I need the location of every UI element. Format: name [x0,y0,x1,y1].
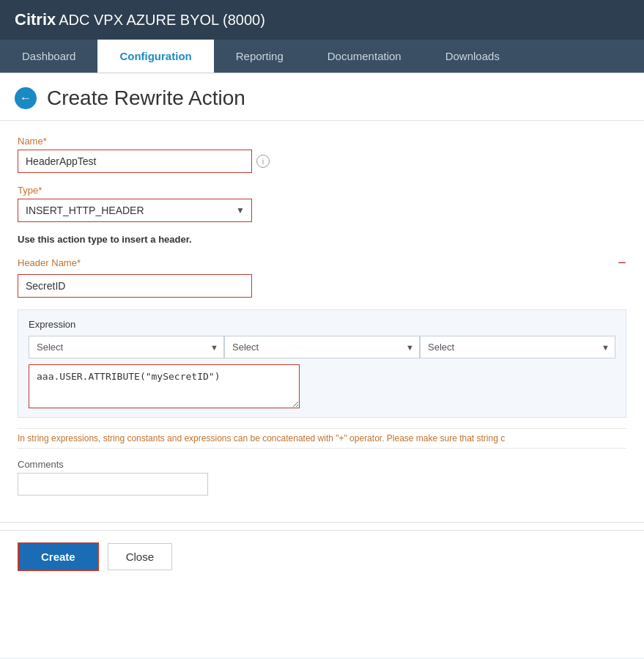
header-name-input[interactable] [18,274,252,298]
tab-dashboard[interactable]: Dashboard [0,40,97,73]
expr-select1[interactable]: Select [29,336,224,358]
expression-label: Expression [29,319,615,330]
app-title-citrix: Citrix [15,10,56,29]
type-label: Type* [18,185,626,196]
form-footer: Create Close [0,530,644,583]
expr-select2-wrapper: Select ▼ [224,336,420,358]
tab-configuration[interactable]: Configuration [97,40,213,73]
type-select[interactable]: INSERT_HTTP_HEADER DELETE_HTTP_HEADER RE… [18,199,252,222]
footer-divider [0,522,644,523]
comments-input[interactable] [18,473,208,496]
header-name-label: Header Name* [18,257,81,268]
name-input[interactable] [18,150,252,173]
type-select-wrapper: INSERT_HTTP_HEADER DELETE_HTTP_HEADER RE… [18,199,252,222]
expr-select2[interactable]: Select [224,336,420,358]
expression-selects: Select ▼ Select ▼ Select ▼ [29,336,615,358]
form-area: Name* i Type* INSERT_HTTP_HEADER DELETE_… [0,121,644,515]
expression-textarea[interactable]: aaa.USER.ATTRIBUTE("<strong>mySecretID</… [29,364,300,408]
close-button[interactable]: Close [108,543,172,570]
type-group: Type* INSERT_HTTP_HEADER DELETE_HTTP_HEA… [18,185,626,222]
tab-documentation[interactable]: Documentation [306,40,423,73]
create-button[interactable]: Create [18,542,99,571]
action-type-hint: Use this action type to insert a header. [18,234,626,245]
expression-section: Expression Select ▼ Select ▼ [18,309,626,418]
info-note: In string expressions, string constants … [18,428,626,449]
page-title-bar: ← Create Rewrite Action [0,73,644,121]
name-group: Name* i [18,136,626,173]
expr-select3[interactable]: Select [420,336,615,358]
app-header: Citrix ADC VPX AZURE BYOL (8000) [0,0,644,40]
page-title: Create Rewrite Action [47,86,245,110]
comments-label: Comments [18,459,626,470]
expression-textarea-wrapper: aaa.USER.ATTRIBUTE("<strong>mySecretID</… [29,364,615,408]
main-content: ← Create Rewrite Action Name* i Type* IN… [0,73,644,658]
comments-group: Comments [18,459,626,496]
back-button[interactable]: ← [15,87,37,109]
name-label: Name* [18,136,626,147]
expr-select3-wrapper: Select ▼ [420,336,615,358]
tab-downloads[interactable]: Downloads [423,40,522,73]
tab-reporting[interactable]: Reporting [214,40,306,73]
nav-tabs: Dashboard Configuration Reporting Docume… [0,40,644,73]
name-info-icon[interactable]: i [256,155,270,168]
header-name-group: Header Name* − [18,255,626,298]
app-title-rest: ADC VPX AZURE BYOL (8000) [59,12,265,29]
expr-select1-wrapper: Select ▼ [29,336,224,358]
minus-icon[interactable]: − [618,255,626,270]
